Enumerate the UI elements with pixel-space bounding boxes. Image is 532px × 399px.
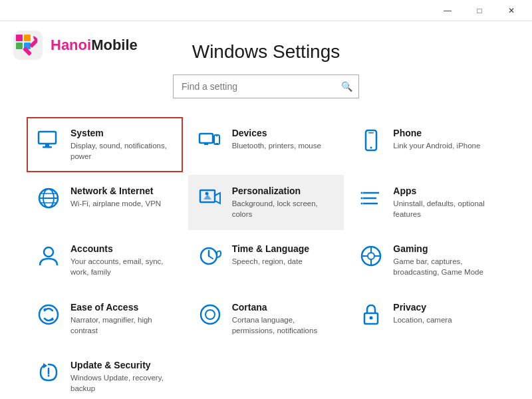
minimize-button[interactable]: — xyxy=(432,0,463,21)
svg-rect-9 xyxy=(200,134,213,143)
setting-time[interactable]: Time & Language Speech, region, date xyxy=(188,233,344,288)
logo-hanoi: Hanoi xyxy=(51,37,91,53)
svg-rect-12 xyxy=(215,143,218,144)
privacy-icon xyxy=(358,302,384,327)
setting-update[interactable]: Update & Security Windows Update, recove… xyxy=(27,349,183,399)
svg-point-13 xyxy=(216,136,217,137)
logo-icon xyxy=(11,28,45,63)
setting-devices[interactable]: Devices Bluetooth, printers, mouse xyxy=(188,117,344,172)
svg-rect-3 xyxy=(16,43,23,49)
svg-point-46 xyxy=(370,316,373,319)
cortana-text: Cortana Cortana language, permissions, n… xyxy=(232,302,335,336)
svg-rect-1 xyxy=(16,35,23,41)
ease-icon xyxy=(36,302,61,327)
accounts-text: Accounts Your accounts, email, sync, wor… xyxy=(70,243,174,277)
svg-rect-8 xyxy=(43,146,52,148)
svg-rect-2 xyxy=(24,35,31,41)
apps-text: Apps Uninstall, defaults, optional featu… xyxy=(393,186,496,219)
setting-personalization[interactable]: Personalization Background, lock screen,… xyxy=(188,175,344,230)
logo-text: HanoiMobile xyxy=(51,37,138,54)
maximize-button[interactable]: □ xyxy=(464,0,495,21)
svg-point-44 xyxy=(205,310,215,319)
time-icon xyxy=(198,243,223,269)
apps-icon xyxy=(358,186,384,211)
main-container: Windows Settings 🔍 System Display, sound… xyxy=(0,21,532,399)
gaming-icon xyxy=(358,243,384,269)
close-button[interactable]: ✕ xyxy=(496,0,527,21)
setting-phone[interactable]: Phone Link your Android, iPhone xyxy=(349,117,505,172)
svg-point-29 xyxy=(361,203,363,205)
svg-point-43 xyxy=(201,305,219,324)
setting-privacy[interactable]: Privacy Location, camera xyxy=(349,291,505,346)
privacy-text: Privacy Location, camera xyxy=(393,302,452,325)
logo-area: HanoiMobile xyxy=(0,21,148,69)
logo-mobile: Mobile xyxy=(91,37,138,53)
setting-system[interactable]: System Display, sound, notifications, po… xyxy=(27,117,183,172)
svg-point-23 xyxy=(205,192,208,196)
system-text: System Display, sound, notifications, po… xyxy=(70,128,174,162)
svg-line-33 xyxy=(209,256,213,259)
system-icon xyxy=(36,128,61,153)
svg-point-49 xyxy=(48,374,50,376)
svg-point-35 xyxy=(368,253,374,259)
settings-grid: System Display, sound, notifications, po… xyxy=(27,117,505,399)
devices-text: Devices Bluetooth, printers, mouse xyxy=(232,128,321,151)
accounts-icon xyxy=(36,243,61,269)
title-bar: — □ ✕ xyxy=(0,0,532,21)
svg-rect-6 xyxy=(39,132,56,144)
svg-point-28 xyxy=(361,198,363,200)
svg-rect-10 xyxy=(204,143,208,145)
window-controls: — □ ✕ xyxy=(432,0,527,21)
network-text: Network & Internet Wi-Fi, airplane mode,… xyxy=(70,186,161,209)
update-text: Update & Security Windows Update, recove… xyxy=(70,360,174,394)
search-container: 🔍 xyxy=(173,74,359,98)
personalization-icon xyxy=(198,186,223,211)
svg-rect-16 xyxy=(368,132,374,134)
phone-icon xyxy=(358,128,384,153)
svg-point-15 xyxy=(370,147,372,149)
search-icon: 🔍 xyxy=(341,81,352,92)
setting-gaming[interactable]: Gaming Game bar, captures, broadcasting,… xyxy=(349,233,505,288)
svg-point-27 xyxy=(361,192,363,194)
setting-network[interactable]: Network & Internet Wi-Fi, airplane mode,… xyxy=(27,175,183,230)
phone-text: Phone Link your Android, iPhone xyxy=(393,128,480,151)
time-text: Time & Language Speech, region, date xyxy=(232,243,309,267)
personalization-text: Personalization Background, lock screen,… xyxy=(232,186,335,219)
svg-point-30 xyxy=(44,247,53,257)
ease-text: Ease of Access Narrator, magnifier, high… xyxy=(70,302,174,336)
setting-cortana[interactable]: Cortana Cortana language, permissions, n… xyxy=(188,291,344,346)
setting-accounts[interactable]: Accounts Your accounts, email, sync, wor… xyxy=(27,233,183,288)
search-input[interactable] xyxy=(173,74,359,98)
page-title: Windows Settings xyxy=(192,41,340,63)
svg-rect-7 xyxy=(45,144,49,146)
setting-ease[interactable]: Ease of Access Narrator, magnifier, high… xyxy=(27,291,183,346)
gaming-text: Gaming Game bar, captures, broadcasting,… xyxy=(393,243,496,277)
cortana-icon xyxy=(198,302,223,327)
devices-icon xyxy=(198,128,223,153)
update-icon xyxy=(36,360,61,385)
svg-marker-47 xyxy=(43,363,47,368)
network-icon xyxy=(36,186,61,211)
setting-apps[interactable]: Apps Uninstall, defaults, optional featu… xyxy=(349,175,505,230)
